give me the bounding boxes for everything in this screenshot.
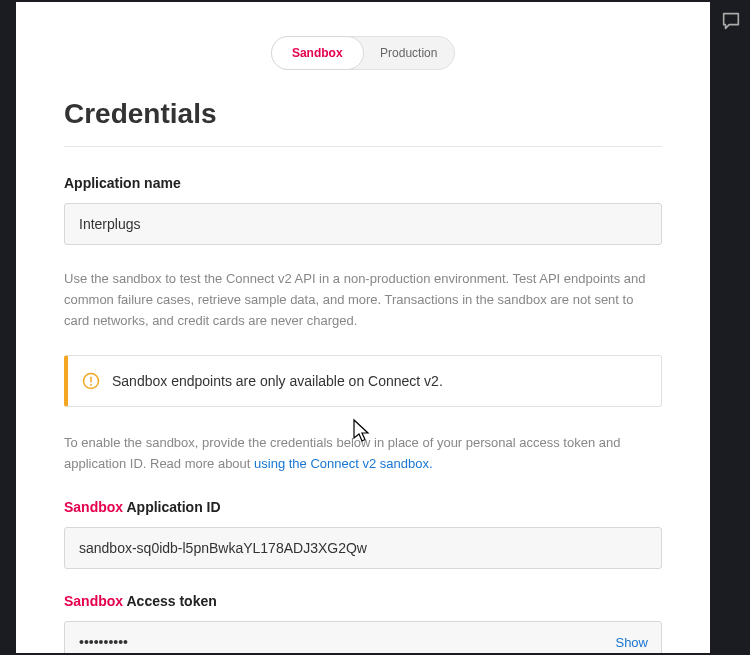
svg-point-2 — [90, 384, 92, 386]
app-name-input[interactable] — [64, 203, 662, 245]
chat-icon[interactable] — [720, 10, 742, 32]
app-id-field[interactable] — [64, 527, 662, 569]
sandbox-help-text: Use the sandbox to test the Connect v2 A… — [64, 269, 662, 331]
access-token-field[interactable] — [64, 621, 662, 653]
divider — [64, 146, 662, 147]
notice-text: Sandbox endpoints are only available on … — [112, 373, 443, 389]
app-name-label: Application name — [64, 175, 662, 191]
credentials-page: Sandbox Production Credentials Applicati… — [16, 2, 710, 653]
page-title: Credentials — [64, 98, 662, 130]
sandbox-docs-link[interactable]: using the Connect v2 sandbox. — [254, 456, 433, 471]
app-id-label: Sandbox Application ID — [64, 499, 662, 515]
access-token-label: Sandbox Access token — [64, 593, 662, 609]
environment-toggle: Sandbox Production — [271, 36, 455, 70]
sandbox-notice: Sandbox endpoints are only available on … — [64, 355, 662, 407]
warning-icon — [82, 372, 100, 390]
enable-help-text: To enable the sandbox, provide the crede… — [64, 433, 662, 475]
tab-sandbox[interactable]: Sandbox — [271, 36, 364, 70]
tab-production[interactable]: Production — [364, 37, 455, 69]
show-token-button[interactable]: Show — [615, 634, 648, 649]
